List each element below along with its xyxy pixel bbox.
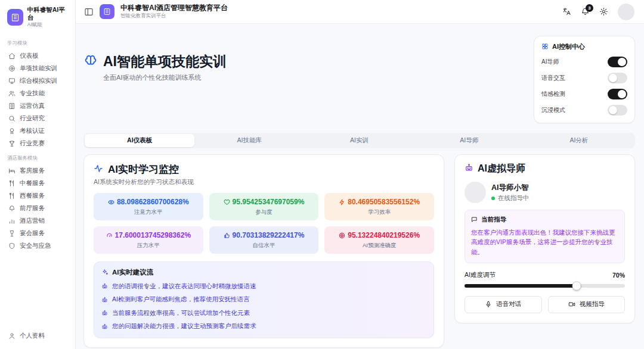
tab-AI技能库[interactable]: AI技能库 bbox=[194, 134, 304, 147]
sidebar-item-label: 前厅服务 bbox=[20, 204, 45, 213]
metric-tile-压力水平: 17.600013745298362%压力水平 bbox=[94, 226, 203, 254]
target-icon bbox=[8, 65, 16, 72]
tab-AI分析[interactable]: AI分析 bbox=[524, 134, 634, 147]
building-icon bbox=[8, 102, 16, 110]
sidebar-item-综合模拟实训[interactable]: 综合模拟实训 bbox=[7, 74, 69, 87]
chat-icon bbox=[471, 216, 478, 224]
mentor-status: 在线指导中 bbox=[498, 194, 530, 202]
sidebar-item-客房服务[interactable]: 客房服务 bbox=[7, 164, 69, 177]
sidebar-item-考核认证[interactable]: 考核认证 bbox=[7, 124, 69, 137]
virtual-mentor-card: AI虚拟导师 AI导师小智 在线指导中 bbox=[454, 154, 635, 323]
toggle-switch-情感检测[interactable] bbox=[608, 89, 627, 99]
metrics-grid: 88.09862860700628%注意力水平95.95425347697059… bbox=[94, 193, 434, 254]
toggle-knob bbox=[618, 58, 626, 66]
tab-AI实训[interactable]: AI实训 bbox=[304, 134, 414, 147]
mentor-button-语音对话[interactable]: 语音对话 bbox=[465, 296, 542, 313]
shield-icon bbox=[8, 242, 16, 250]
mentor-name: AI导师小智 bbox=[491, 183, 530, 193]
header-logo-icon bbox=[100, 4, 114, 19]
toggle-switch-语音交互[interactable] bbox=[608, 73, 627, 83]
metric-label: 自信水平 bbox=[212, 242, 317, 250]
chat-icon bbox=[471, 216, 478, 223]
mentor-avatar bbox=[465, 182, 486, 203]
sidebar-item-label: 仪表板 bbox=[20, 52, 39, 60]
metric-tile-自信水平: 90.70313829222417%自信水平 bbox=[209, 226, 319, 254]
sidebar-item-label: 专业技能 bbox=[20, 89, 45, 98]
sidebar-item-单项技能实训[interactable]: 单项技能实训 bbox=[7, 62, 69, 74]
toggle-row-AI导师: AI导师 bbox=[541, 57, 627, 67]
hotel-icon bbox=[103, 8, 111, 15]
main-column: 中科睿智AI酒店管理智慧教育平台 智能化教育实训平台 3 AI智能单项技能实训 bbox=[76, 0, 644, 349]
online-status-dot bbox=[491, 197, 495, 200]
ai-control-center-card: AI控制中心 AI导师语音交互情感检测沉浸模式 bbox=[534, 36, 635, 123]
metric-tile-学习效率: 80.46950583556152%学习效率 bbox=[324, 193, 434, 220]
difficulty-slider[interactable] bbox=[465, 284, 625, 288]
sidebar-item-宴会服务[interactable]: 宴会服务 bbox=[7, 227, 69, 239]
activity-icon bbox=[94, 164, 103, 173]
settings-gear-icon[interactable] bbox=[599, 7, 608, 16]
metric-value: 88.09862860700628% bbox=[117, 198, 189, 206]
language-icon[interactable] bbox=[562, 7, 571, 16]
sidebar-item-行业竞赛[interactable]: 行业竞赛 bbox=[7, 137, 69, 149]
difficulty-value: 70% bbox=[612, 272, 625, 279]
sidebar-section-label: 酒店服务模块 bbox=[7, 155, 69, 162]
sidebar-item-安全与应急[interactable]: 安全与应急 bbox=[7, 239, 69, 252]
app-title: 中科睿智AI酒店管理智慧教育平台 bbox=[120, 4, 228, 13]
tab-AI仪表板[interactable]: AI仪表板 bbox=[85, 134, 194, 147]
suggestion-text: 当前服务流程效率很高，可以尝试增加个性化元素 bbox=[112, 309, 250, 317]
mentor-button-视频指导[interactable]: 视频指导 bbox=[548, 296, 626, 313]
user-avatar[interactable] bbox=[618, 4, 634, 20]
sidebar-collapse-icon[interactable] bbox=[84, 7, 94, 17]
robot-icon bbox=[101, 323, 108, 330]
sidebar-logo-title: 中科睿智AI平台 bbox=[27, 6, 69, 21]
robot-icon bbox=[465, 163, 473, 172]
toggle-row-沉浸模式: 沉浸模式 bbox=[541, 105, 627, 116]
suggestion-text: 您的问题解决能力很强，建议主动预测客户后续需求 bbox=[112, 322, 256, 331]
robot-icon bbox=[101, 283, 108, 289]
robot-icon bbox=[465, 163, 473, 174]
current-guidance-box: 当前指导 您在客户沟通方面表现出色！我建议您接下来挑战更高难度的VIP服务场景，… bbox=[465, 210, 625, 263]
app-logo-icon bbox=[7, 9, 23, 26]
metric-label: 注意力水平 bbox=[96, 208, 201, 216]
sidebar-item-专业技能[interactable]: 专业技能 bbox=[7, 87, 69, 99]
metric-value: 95.95425347697059% bbox=[233, 198, 305, 206]
app-window: 中科睿智AI平台 AI赋能 学习模块仪表板单项技能实训综合模拟实训专业技能运营仿… bbox=[0, 0, 644, 349]
app-subtitle: 智能化教育实训平台 bbox=[120, 13, 228, 20]
dining-icon bbox=[8, 180, 16, 187]
slider-thumb[interactable] bbox=[572, 281, 581, 290]
mentor-title: AI虚拟导师 bbox=[478, 163, 525, 175]
sidebar-logo: 中科睿智AI平台 AI赋能 bbox=[7, 6, 69, 29]
notifications-bell-icon[interactable]: 3 bbox=[581, 7, 590, 16]
metric-tile-注意力水平: 88.09862860700628%注意力水平 bbox=[94, 193, 203, 220]
sidebar-item-运营仿真[interactable]: 运营仿真 bbox=[7, 99, 69, 112]
page-subtitle: 全面AI驱动的个性化技能训练系统 bbox=[103, 73, 227, 82]
suggestion-item: 您的语调很专业，建议在表达同理心时稍微放慢语速 bbox=[101, 282, 426, 291]
sidebar-item-label: 安全与应急 bbox=[20, 242, 51, 250]
suggestion-item: AI检测到客户可能感到焦虑，推荐使用安抚性语言 bbox=[101, 295, 426, 304]
sidebar-item-前厅服务[interactable]: 前厅服务 bbox=[7, 202, 69, 214]
suggestion-text: 您的语调很专业，建议在表达同理心时稍微放慢语速 bbox=[112, 282, 256, 291]
gauge-icon bbox=[106, 232, 113, 239]
metric-value: 80.46950583556152% bbox=[348, 198, 420, 206]
robot-icon bbox=[101, 310, 108, 316]
toggle-switch-AI导师[interactable] bbox=[608, 57, 627, 67]
sidebar-footer: 个人资料 bbox=[7, 329, 69, 342]
toggle-switch-沉浸模式[interactable] bbox=[608, 105, 627, 116]
sidebar-item-酒店营销[interactable]: 酒店营销 bbox=[7, 214, 69, 227]
sidebar-item-西餐服务[interactable]: 西餐服务 bbox=[7, 189, 69, 202]
sidebar-item-个人资料[interactable]: 个人资料 bbox=[7, 329, 69, 342]
hero-row: AI智能单项技能实训 全面AI驱动的个性化技能训练系统 AI控制中心 AI导师语… bbox=[83, 36, 635, 123]
sidebar-item-中餐服务[interactable]: 中餐服务 bbox=[7, 177, 69, 189]
gear-icon bbox=[599, 7, 608, 16]
sidebar-item-仪表板[interactable]: 仪表板 bbox=[7, 49, 69, 62]
trophy-icon bbox=[8, 140, 16, 147]
monitor-icon bbox=[8, 77, 16, 85]
sidebar-item-label: 西餐服务 bbox=[20, 192, 45, 200]
tab-AI导师[interactable]: AI导师 bbox=[414, 134, 524, 147]
video-icon bbox=[568, 301, 575, 308]
toggle-label: 语音交互 bbox=[541, 74, 565, 82]
eye-icon bbox=[108, 199, 114, 205]
metric-tile-AI预测准确度: 95.13224840219526%AI预测准确度 bbox=[324, 226, 434, 254]
sidebar-item-行业研究[interactable]: 行业研究 bbox=[7, 112, 69, 124]
metric-label: 学习效率 bbox=[327, 208, 432, 216]
